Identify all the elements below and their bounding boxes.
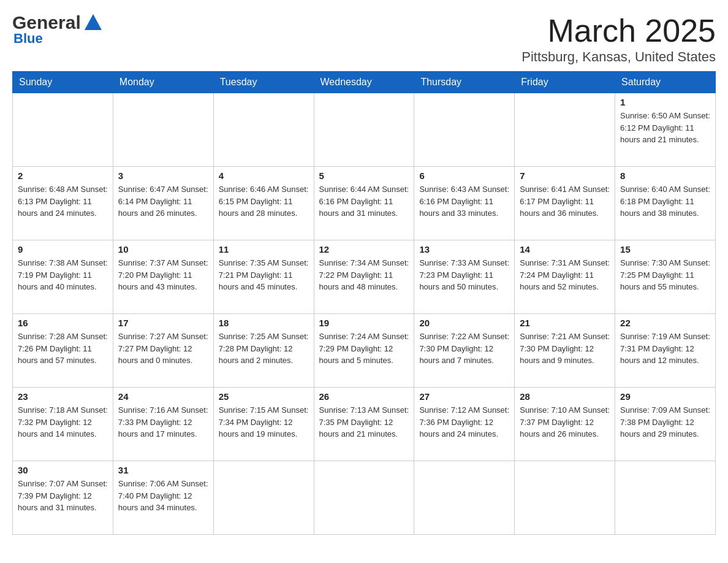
day-info: Sunrise: 7:15 AM Sunset: 7:34 PM Dayligh… [219,404,309,440]
day-info: Sunrise: 7:13 AM Sunset: 7:35 PM Dayligh… [319,404,409,440]
calendar-cell: 14Sunrise: 7:31 AM Sunset: 7:24 PM Dayli… [515,240,615,314]
title-area: March 2025 Pittsburg, Kansas, United Sta… [521,12,716,65]
calendar-cell: 22Sunrise: 7:19 AM Sunset: 7:31 PM Dayli… [615,314,716,388]
day-number: 8 [620,170,710,181]
calendar-cell [113,93,213,167]
day-info: Sunrise: 7:22 AM Sunset: 7:30 PM Dayligh… [419,331,509,367]
logo-general-text: General [12,12,81,33]
calendar-cell: 20Sunrise: 7:22 AM Sunset: 7:30 PM Dayli… [414,314,515,388]
calendar-cell [213,93,314,167]
day-number: 26 [319,391,409,402]
calendar-cell: 31Sunrise: 7:06 AM Sunset: 7:40 PM Dayli… [113,461,213,535]
calendar-cell: 5Sunrise: 6:44 AM Sunset: 6:16 PM Daylig… [314,167,414,240]
calendar-cell [13,93,113,167]
day-number: 4 [219,170,309,181]
day-number: 28 [520,391,610,402]
day-number: 3 [118,170,208,181]
day-info: Sunrise: 6:44 AM Sunset: 6:16 PM Dayligh… [319,183,409,220]
calendar-cell: 15Sunrise: 7:30 AM Sunset: 7:25 PM Dayli… [615,240,716,314]
calendar-cell [414,93,515,167]
weekday-header-saturday: Saturday [615,72,716,93]
calendar-week-row: 2Sunrise: 6:48 AM Sunset: 6:13 PM Daylig… [13,167,716,240]
day-number: 12 [319,244,409,255]
weekday-header-tuesday: Tuesday [213,72,314,93]
calendar-week-row: 23Sunrise: 7:18 AM Sunset: 7:32 PM Dayli… [13,388,716,461]
calendar-cell [615,461,716,535]
calendar-cell: 28Sunrise: 7:10 AM Sunset: 7:37 PM Dayli… [515,388,615,461]
day-info: Sunrise: 6:41 AM Sunset: 6:17 PM Dayligh… [520,183,610,220]
day-info: Sunrise: 7:27 AM Sunset: 7:27 PM Dayligh… [118,331,208,367]
day-info: Sunrise: 7:12 AM Sunset: 7:36 PM Dayligh… [419,404,509,440]
calendar-cell [314,461,414,535]
location-title: Pittsburg, Kansas, United States [521,49,716,65]
day-info: Sunrise: 7:34 AM Sunset: 7:22 PM Dayligh… [319,257,409,293]
day-info: Sunrise: 7:10 AM Sunset: 7:37 PM Dayligh… [520,404,610,440]
day-number: 1 [620,97,710,107]
calendar-cell: 11Sunrise: 7:35 AM Sunset: 7:21 PM Dayli… [213,240,314,314]
day-number: 7 [520,170,610,181]
day-number: 22 [620,318,710,328]
calendar-cell: 3Sunrise: 6:47 AM Sunset: 6:14 PM Daylig… [113,167,213,240]
day-info: Sunrise: 7:31 AM Sunset: 7:24 PM Dayligh… [520,257,610,293]
day-info: Sunrise: 7:07 AM Sunset: 7:39 PM Dayligh… [18,478,108,514]
day-info: Sunrise: 7:25 AM Sunset: 7:28 PM Dayligh… [219,331,309,367]
day-number: 24 [118,391,208,402]
svg-marker-0 [85,14,102,30]
calendar-week-row: 1Sunrise: 6:50 AM Sunset: 6:12 PM Daylig… [13,93,716,167]
day-info: Sunrise: 7:19 AM Sunset: 7:31 PM Dayligh… [620,331,710,367]
weekday-header-sunday: Sunday [13,72,113,93]
day-info: Sunrise: 7:24 AM Sunset: 7:29 PM Dayligh… [319,331,409,367]
day-info: Sunrise: 6:47 AM Sunset: 6:14 PM Dayligh… [118,183,208,220]
calendar-cell: 8Sunrise: 6:40 AM Sunset: 6:18 PM Daylig… [615,167,716,240]
day-number: 29 [620,391,710,402]
day-number: 9 [18,244,108,255]
logo-arrow-icon [85,14,102,33]
weekday-header-monday: Monday [113,72,213,93]
logo: General Blue [12,12,102,47]
calendar-cell: 13Sunrise: 7:33 AM Sunset: 7:23 PM Dayli… [414,240,515,314]
day-info: Sunrise: 7:18 AM Sunset: 7:32 PM Dayligh… [18,404,108,440]
month-title: March 2025 [521,12,716,49]
calendar-week-row: 9Sunrise: 7:38 AM Sunset: 7:19 PM Daylig… [13,240,716,314]
day-number: 10 [118,244,208,255]
day-info: Sunrise: 7:35 AM Sunset: 7:21 PM Dayligh… [219,257,309,293]
calendar-cell: 25Sunrise: 7:15 AM Sunset: 7:34 PM Dayli… [213,388,314,461]
day-number: 27 [419,391,509,402]
weekday-header-wednesday: Wednesday [314,72,414,93]
day-info: Sunrise: 6:50 AM Sunset: 6:12 PM Dayligh… [620,110,710,146]
day-number: 6 [419,170,509,181]
day-number: 18 [219,318,309,328]
calendar-cell: 16Sunrise: 7:28 AM Sunset: 7:26 PM Dayli… [13,314,113,388]
day-number: 2 [18,170,108,181]
calendar-cell: 23Sunrise: 7:18 AM Sunset: 7:32 PM Dayli… [13,388,113,461]
day-info: Sunrise: 7:09 AM Sunset: 7:38 PM Dayligh… [620,404,710,440]
calendar-cell: 4Sunrise: 6:46 AM Sunset: 6:15 PM Daylig… [213,167,314,240]
day-info: Sunrise: 6:46 AM Sunset: 6:15 PM Dayligh… [219,183,309,220]
weekday-header-thursday: Thursday [414,72,515,93]
day-info: Sunrise: 7:06 AM Sunset: 7:40 PM Dayligh… [118,478,208,514]
calendar-cell: 26Sunrise: 7:13 AM Sunset: 7:35 PM Dayli… [314,388,414,461]
day-info: Sunrise: 7:30 AM Sunset: 7:25 PM Dayligh… [620,257,710,293]
day-number: 30 [18,465,108,475]
calendar-cell: 12Sunrise: 7:34 AM Sunset: 7:22 PM Dayli… [314,240,414,314]
weekday-header-friday: Friday [515,72,615,93]
day-number: 17 [118,318,208,328]
calendar-cell [213,461,314,535]
calendar-cell: 29Sunrise: 7:09 AM Sunset: 7:38 PM Dayli… [615,388,716,461]
calendar-cell: 6Sunrise: 6:43 AM Sunset: 6:16 PM Daylig… [414,167,515,240]
day-info: Sunrise: 6:48 AM Sunset: 6:13 PM Dayligh… [18,183,108,220]
calendar-cell: 17Sunrise: 7:27 AM Sunset: 7:27 PM Dayli… [113,314,213,388]
day-info: Sunrise: 7:16 AM Sunset: 7:33 PM Dayligh… [118,404,208,440]
day-number: 31 [118,465,208,475]
day-number: 15 [620,244,710,255]
calendar-week-row: 16Sunrise: 7:28 AM Sunset: 7:26 PM Dayli… [13,314,716,388]
calendar-cell: 19Sunrise: 7:24 AM Sunset: 7:29 PM Dayli… [314,314,414,388]
day-number: 21 [520,318,610,328]
calendar-cell: 21Sunrise: 7:21 AM Sunset: 7:30 PM Dayli… [515,314,615,388]
day-info: Sunrise: 6:40 AM Sunset: 6:18 PM Dayligh… [620,183,710,220]
day-info: Sunrise: 7:37 AM Sunset: 7:20 PM Dayligh… [118,257,208,293]
calendar-cell: 2Sunrise: 6:48 AM Sunset: 6:13 PM Daylig… [13,167,113,240]
calendar-week-row: 30Sunrise: 7:07 AM Sunset: 7:39 PM Dayli… [13,461,716,535]
calendar-cell [414,461,515,535]
day-number: 5 [319,170,409,181]
